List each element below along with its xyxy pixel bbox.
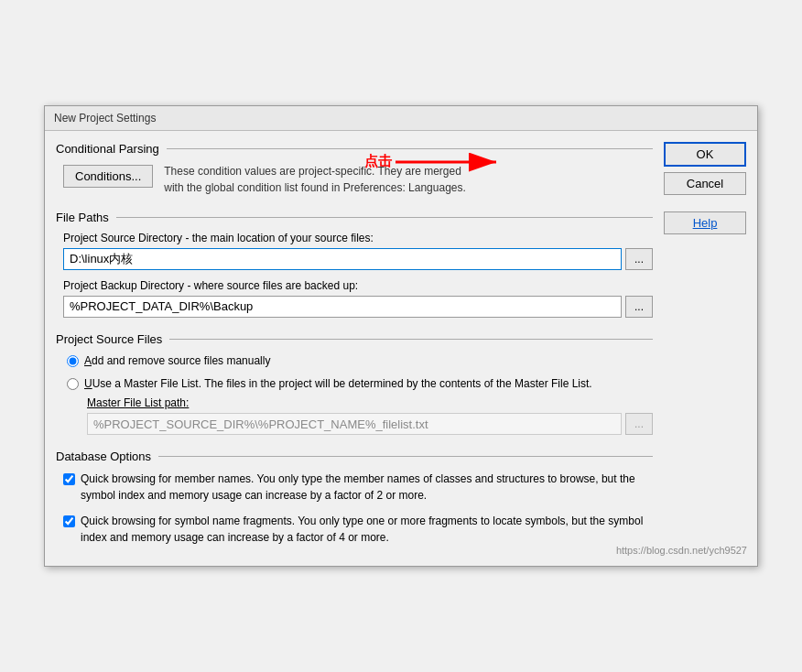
database-options-section: Database Options Quick browsing for memb… xyxy=(56,450,653,555)
master-file-label: Master File List path: xyxy=(87,396,653,409)
project-source-files-title: Project Source Files xyxy=(56,332,162,346)
conditional-parsing-header: Conditional Parsing xyxy=(56,142,653,156)
db-checkbox1[interactable] xyxy=(63,473,75,485)
file-paths-header: File Paths xyxy=(56,211,653,224)
conditional-row: Conditions... These condition values are… xyxy=(63,163,653,196)
help-button[interactable]: Help xyxy=(664,211,746,234)
db-option1: Quick browsing for member names. You onl… xyxy=(63,471,653,504)
main-content: Conditional Parsing Conditions... These … xyxy=(56,142,653,556)
db-option2: Quick browsing for symbol name fragments… xyxy=(63,513,653,546)
db-option1-label[interactable]: Quick browsing for member names. You onl… xyxy=(81,471,653,504)
db-checkbox2[interactable] xyxy=(63,515,75,527)
file-paths-content: Project Source Directory - the main loca… xyxy=(56,232,653,318)
file-paths-section: File Paths Project Source Directory - th… xyxy=(56,211,653,318)
file-paths-title: File Paths xyxy=(56,211,109,224)
master-file-path-section: Master File List path: ... xyxy=(63,396,653,435)
project-source-files-section: Project Source Files Add and remove sour… xyxy=(56,332,653,436)
side-buttons: OK Cancel Help xyxy=(664,142,746,556)
conditions-description: These condition values are project-speci… xyxy=(164,163,475,196)
database-options-content: Quick browsing for member names. You onl… xyxy=(56,471,653,555)
backup-dir-browse-button[interactable]: ... xyxy=(625,296,653,318)
database-options-title: Database Options xyxy=(56,450,151,463)
source-dir-browse-button[interactable]: ... xyxy=(625,248,653,270)
ok-button[interactable]: OK xyxy=(664,142,746,167)
source-files-option2: UUse a Master File List. The files in th… xyxy=(67,376,653,392)
db-option2-label[interactable]: Quick browsing for symbol name fragments… xyxy=(81,513,653,546)
source-files-radio1[interactable] xyxy=(67,355,79,367)
dialog-titlebar: New Project Settings xyxy=(45,106,757,131)
backup-dir-row: ... xyxy=(63,296,653,318)
source-dir-label: Project Source Directory - the main loca… xyxy=(63,232,653,244)
source-files-option1: Add and remove source files manually xyxy=(67,353,653,369)
project-source-files-content: Add and remove source files manually UUs… xyxy=(56,353,653,436)
source-files-radio-group: Add and remove source files manually UUs… xyxy=(63,353,653,392)
master-file-row: ... xyxy=(87,413,653,435)
source-files-option2-label[interactable]: UUse a Master File List. The files in th… xyxy=(84,376,592,392)
backup-dir-input[interactable] xyxy=(63,296,622,318)
conditional-parsing-title: Conditional Parsing xyxy=(56,142,159,156)
source-files-option1-text: dd and remove source files manually xyxy=(92,354,270,367)
database-options-header: Database Options xyxy=(56,450,653,463)
source-dir-input[interactable] xyxy=(63,248,622,270)
dialog-title: New Project Settings xyxy=(54,112,156,125)
conditional-parsing-section: Conditional Parsing Conditions... These … xyxy=(56,142,653,196)
master-file-browse-button: ... xyxy=(625,413,653,435)
source-dir-row: ... xyxy=(63,248,653,270)
source-files-option1-label[interactable]: Add and remove source files manually xyxy=(84,353,270,369)
backup-dir-label: Project Backup Directory - where source … xyxy=(63,279,653,292)
cancel-button[interactable]: Cancel xyxy=(664,172,746,195)
conditions-button[interactable]: Conditions... xyxy=(63,165,153,188)
source-files-option2-text: Use a Master File List. The files in the… xyxy=(92,377,592,390)
master-file-input xyxy=(87,413,622,435)
project-source-files-header: Project Source Files xyxy=(56,332,653,346)
source-files-radio2[interactable] xyxy=(67,378,79,390)
